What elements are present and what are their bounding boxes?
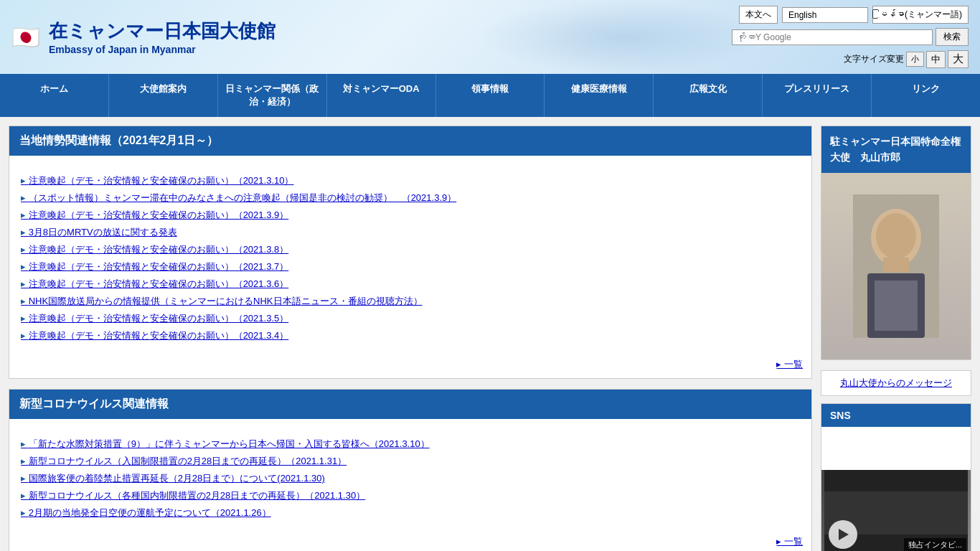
list-item[interactable]: 3月8日のMRTVの放送に関する発表 — [21, 226, 800, 239]
nav-item-広報文化[interactable]: 広報文化 — [654, 74, 763, 117]
main-navigation: ホーム大使館案内日ミャンマー関係（政治・経済）対ミャンマーODA領事情報健康医療… — [0, 74, 980, 117]
ambassador-title: 駐ミャンマー日本国特命全権大使 丸山市郎 — [821, 126, 971, 173]
myanmar-lang-button[interactable]: မြန်မာ(ミャンマー語) — [872, 6, 969, 24]
nav-item-リンク[interactable]: リンク — [872, 74, 980, 117]
site-title-japanese: 在ミャンマー日本国大使館 — [49, 19, 275, 44]
list-item[interactable]: NHK国際放送局からの情報提供（ミャンマーにおけるNHK日本語ニュース・番組の視… — [21, 295, 800, 308]
hontai-button[interactable]: 本文へ — [739, 6, 778, 24]
left-column: 当地情勢関連情報（2021年2月1日～） 注意喚起（デモ・治安情報と安全確保のお… — [9, 126, 812, 551]
list-item[interactable]: 新型コロナウイルス（各種国内制限措置の2月28日までの再延長）（2021.1.3… — [21, 489, 800, 502]
covid-section: 新型コロナウイルス関連情報 「新たな水際対策措置（9）」に伴うミャンマーから日本… — [9, 389, 812, 551]
ambassador-message-link[interactable]: 丸山大使からのメッセージ — [821, 370, 971, 396]
svg-rect-3 — [875, 281, 918, 331]
covid-more-link[interactable]: 一覧 — [776, 536, 803, 547]
nav-item-対ミャン[interactable]: 対ミャンマーODA — [327, 74, 436, 117]
nav-item-プレスリ[interactable]: プレスリリース — [763, 74, 872, 117]
search-button[interactable]: 検索 — [936, 28, 969, 46]
nav-item-領事情報[interactable]: 領事情報 — [436, 74, 545, 117]
video-thumbnail[interactable]: 独占インタビ... — [821, 470, 971, 551]
font-size-label: 文字サイズ変更 — [844, 53, 904, 65]
font-small-button[interactable]: 小 — [906, 52, 924, 67]
search-input[interactable] — [732, 29, 933, 45]
right-column: 駐ミャンマー日本国特命全権大使 丸山市郎 丸山大使からのメッセージ SNS — [821, 126, 971, 551]
list-item[interactable]: 2月期の当地発全日空便の運航予定について（2021.1.26） — [21, 507, 800, 519]
local-situation-content: 注意喚起（デモ・治安情報と安全確保のお願い）（2021.3.10）（スポット情報… — [9, 163, 811, 354]
nav-item-大使館案[interactable]: 大使館案内 — [109, 74, 218, 117]
nav-item-健康医療[interactable]: 健康医療情報 — [545, 74, 654, 117]
site-header: 🇯🇵 在ミャンマー日本国大使館 Embassy of Japan in Myan… — [0, 0, 980, 74]
sns-header: SNS — [821, 404, 971, 427]
ambassador-photo-inner — [821, 173, 971, 359]
play-icon — [839, 529, 849, 540]
sns-box: SNS 独占インタビ... — [821, 403, 971, 551]
list-item[interactable]: 新型コロナウイルス（入国制限措置の2月28日までの再延長）（2021.1.31） — [21, 455, 800, 468]
nav-item-ホーム[interactable]: ホーム — [0, 74, 109, 117]
japan-flag: 🇯🇵 — [11, 24, 40, 51]
local-situation-section: 当地情勢関連情報（2021年2月1日～） 注意喚起（デモ・治安情報と安全確保のお… — [9, 126, 812, 379]
list-item[interactable]: 国際旅客便の着陸禁止措置再延長（2月28日まで）について(2021.1.30) — [21, 472, 800, 485]
list-item[interactable]: 注意喚起（デモ・治安情報と安全確保のお願い）（2021.3.6） — [21, 278, 800, 291]
language-bar: 本文へ မြန်မာ(ミャンマー語) — [739, 6, 969, 24]
header-right: 本文へ မြန်မာ(ミャンマー語) 検索 文字サイズ変更 小 中 大 — [732, 6, 969, 68]
svg-rect-5 — [883, 258, 909, 272]
list-item[interactable]: 注意喚起（デモ・治安情報と安全確保のお願い）（2021.3.9） — [21, 209, 800, 222]
font-medium-button[interactable]: 中 — [926, 51, 946, 68]
map-background — [478, 0, 765, 74]
list-item[interactable]: 注意喚起（デモ・治安情報と安全確保のお願い）（2021.3.8） — [21, 243, 800, 256]
covid-header: 新型コロナウイルス関連情報 — [9, 390, 811, 419]
svg-point-4 — [876, 213, 916, 259]
site-title-english: Embassy of Japan in Myanmar — [49, 44, 275, 55]
header-left: 🇯🇵 在ミャンマー日本国大使館 Embassy of Japan in Myan… — [11, 19, 275, 55]
play-button[interactable] — [829, 520, 857, 549]
ambassador-photo — [821, 173, 971, 359]
list-item[interactable]: 注意喚起（デモ・治安情報と安全確保のお願い）（2021.3.7） — [21, 260, 800, 273]
font-size-bar: 文字サイズ変更 小 中 大 — [844, 50, 969, 68]
search-bar: 検索 — [732, 28, 969, 46]
local-situation-more: 一覧 — [9, 354, 811, 378]
covid-more: 一覧 — [9, 531, 811, 551]
main-content: 当地情勢関連情報（2021年2月1日～） 注意喚起（デモ・治安情報と安全確保のお… — [0, 117, 980, 551]
list-item[interactable]: 注意喚起（デモ・治安情報と安全確保のお願い）（2021.3.4） — [21, 329, 800, 342]
local-situation-header: 当地情勢関連情報（2021年2月1日～） — [9, 126, 811, 156]
ambassador-portrait-svg — [853, 194, 939, 338]
list-item[interactable]: 注意喚起（デモ・治安情報と安全確保のお願い）（2021.3.5） — [21, 312, 800, 325]
site-titles: 在ミャンマー日本国大使館 Embassy of Japan in Myanmar — [49, 19, 275, 55]
sns-content — [821, 427, 971, 470]
list-item[interactable]: 注意喚起（デモ・治安情報と安全確保のお願い）（2021.3.10） — [21, 174, 800, 187]
language-input[interactable] — [782, 7, 868, 23]
font-large-button[interactable]: 大 — [948, 50, 969, 68]
video-label: 独占インタビ... — [904, 538, 966, 551]
nav-item-日ミャン[interactable]: 日ミャンマー関係（政治・経済） — [218, 74, 327, 117]
ambassador-box: 駐ミャンマー日本国特命全権大使 丸山市郎 — [821, 126, 971, 360]
list-item[interactable]: 「新たな水際対策措置（9）」に伴うミャンマーから日本へ帰国・入国する皆様へ（20… — [21, 438, 800, 451]
local-situation-more-link[interactable]: 一覧 — [776, 359, 803, 369]
covid-content: 「新たな水際対策措置（9）」に伴うミャンマーから日本へ帰国・入国する皆様へ（20… — [9, 426, 811, 531]
list-item[interactable]: （スポット情報）ミャンマー滞在中のみなさまへの注意喚起（帰国是非の検討の勧奨） … — [21, 192, 800, 204]
